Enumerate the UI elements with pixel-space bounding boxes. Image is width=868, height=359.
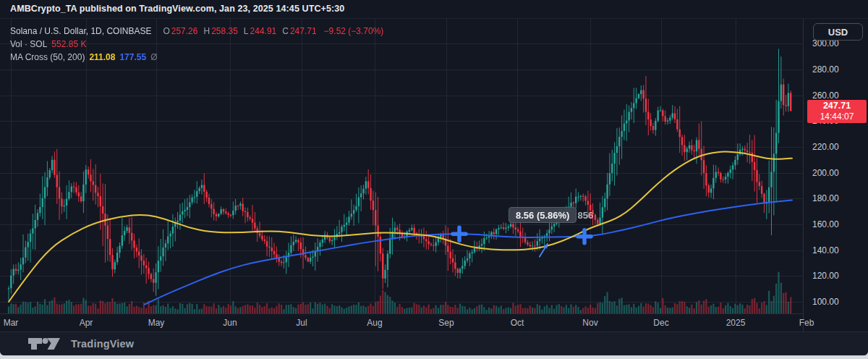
price-change: −9.52 (−3.70%) <box>324 26 384 36</box>
time-tick-label: Aug <box>367 318 382 328</box>
tradingview-widget: AMBCrypto_TA published on TradingView.co… <box>0 0 868 355</box>
time-tick-label: May <box>148 318 165 328</box>
price-tick-label: 100.00 <box>812 297 839 307</box>
time-tick-label: Sep <box>438 318 454 328</box>
time-tick-label: Jul <box>296 318 307 328</box>
time-axis[interactable]: MarAprMayJunJulAugSepOctNovDec2025Feb <box>0 313 803 331</box>
symbol-title[interactable]: Solana / U.S. Dollar, 1D, COINBASE <box>10 26 151 36</box>
time-tick-label: Jun <box>223 318 237 328</box>
ohlc-values: O257.26H258.35L244.91C247.71 <box>161 26 316 36</box>
tradingview-brand-link[interactable]: TradingView <box>71 338 134 350</box>
time-tick-label: Oct <box>511 318 524 328</box>
volume-label: Vol · SOL <box>10 39 47 49</box>
ohlc-key: C <box>282 26 289 36</box>
price-tick-label: 180.00 <box>812 193 839 203</box>
footer-bar: TradingView <box>0 331 868 355</box>
ohlc-key: O <box>163 26 169 36</box>
time-tick-label: Mar <box>4 318 19 328</box>
price-tick-label: 160.00 <box>812 219 839 229</box>
ohlc-value: 247.71 <box>290 26 317 36</box>
measure-tooltip-text: 8.56 (5.86%) <box>516 210 569 221</box>
last-price-time: 14:44:07 <box>820 111 854 122</box>
price-axis[interactable]: USD 300.00280.00260.00240.00220.00200.00… <box>803 19 868 331</box>
ohlc-key: H <box>203 26 210 36</box>
ohlc-value: 257.26 <box>171 26 198 36</box>
measure-tooltip: 8.56 (5.86%) 856 <box>509 207 576 223</box>
price-tick-label: 220.00 <box>812 142 839 152</box>
chart-legend: Solana / U.S. Dollar, 1D, COINBASE O257.… <box>10 25 383 64</box>
chart-pane[interactable]: Solana / U.S. Dollar, 1D, COINBASE O257.… <box>0 19 803 313</box>
last-price-badge: 247.71 14:44:07 <box>807 100 867 123</box>
ma200-value: 177.55 <box>119 52 146 62</box>
ohlc-key: L <box>244 26 249 36</box>
price-tick-label: 120.00 <box>812 271 839 281</box>
legend-volume-row[interactable]: Vol · SOL 552.85 K <box>10 38 383 51</box>
ma-extra-icon: Ø <box>150 52 157 62</box>
ohlc-value: 258.35 <box>211 26 238 36</box>
price-tick-label: 260.00 <box>812 90 839 101</box>
time-tick-label: Dec <box>653 318 668 328</box>
ma-cross-label: MA Cross (50, 200) <box>10 52 85 62</box>
volume-value: 552.85 K <box>51 39 86 49</box>
attribution-text: AMBCrypto_TA published on TradingView.co… <box>10 4 344 14</box>
time-tick-label: Feb <box>799 318 814 328</box>
ohlc-value: 244.91 <box>250 26 277 36</box>
currency-toggle-button[interactable]: USD <box>813 23 863 41</box>
legend-ma-cross-row[interactable]: MA Cross (50, 200) 211.08 177.55 Ø <box>10 51 383 64</box>
measure-tooltip-suffix: 856 <box>577 210 593 221</box>
ma50-value: 211.08 <box>89 52 115 62</box>
price-tick-label: 280.00 <box>812 64 839 75</box>
attribution-bar: AMBCrypto_TA published on TradingView.co… <box>0 0 868 19</box>
time-tick-label: Apr <box>80 318 93 328</box>
page-bottom-strip <box>0 355 868 359</box>
time-tick-label: Nov <box>582 318 597 328</box>
tradingview-logo-icon[interactable] <box>28 338 60 350</box>
price-tick-label: 200.00 <box>812 168 839 178</box>
time-tick-label: 2025 <box>726 318 746 328</box>
legend-symbol-row[interactable]: Solana / U.S. Dollar, 1D, COINBASE O257.… <box>10 25 383 38</box>
price-tick-label: 140.00 <box>812 245 839 255</box>
last-price-value: 247.71 <box>823 101 851 111</box>
